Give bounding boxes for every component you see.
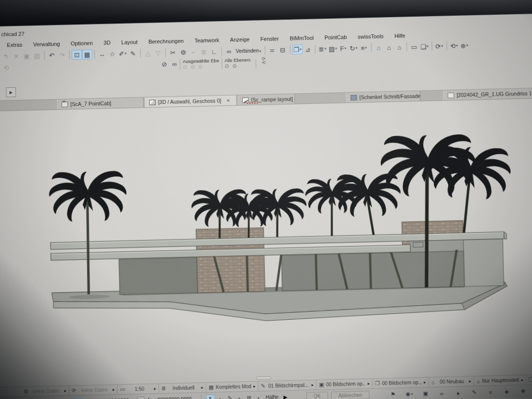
lock-layer-icon[interactable]: ⊙ bbox=[191, 64, 195, 69]
copy-icon[interactable]: ▣ bbox=[21, 51, 32, 61]
story-settings-icon[interactable]: ⌂ bbox=[394, 42, 404, 52]
move-icon[interactable]: ↔ bbox=[97, 49, 107, 59]
list-icon[interactable]: ≡ bbox=[486, 388, 495, 397]
lock-all-layers-icon[interactable]: ⊙ bbox=[233, 63, 237, 68]
status-segment-model[interactable]: ⌂Nur Hauptmodell▸ bbox=[474, 375, 526, 386]
haelfte-label[interactable]: Hälfte bbox=[264, 395, 280, 399]
publish-icon[interactable]: ↻▾ bbox=[348, 43, 359, 53]
stretch-icon[interactable]: ⊿ bbox=[302, 44, 313, 54]
settings-icon: ⚙ bbox=[23, 389, 28, 395]
delta-z-button[interactable]: ⊿ bbox=[136, 397, 144, 399]
pen-flyout-icon[interactable]: ▸ bbox=[237, 394, 241, 399]
strap-icon[interactable]: ⊟ bbox=[277, 45, 288, 55]
favorites-icon[interactable]: ☆ bbox=[107, 49, 117, 59]
story-icon[interactable]: ⌂ bbox=[384, 42, 394, 52]
menu-item-layout[interactable]: Layout bbox=[116, 38, 143, 46]
grid-tool-icon[interactable]: ⊞ bbox=[244, 393, 254, 399]
unlock-layer-icon[interactable]: ⊙ bbox=[198, 64, 202, 69]
status-segment-view[interactable]: ❒Sch▸ bbox=[526, 374, 532, 384]
mesh-tool-icon[interactable]: ❏▾ bbox=[419, 41, 430, 51]
status-segment-pen-set[interactable]: ≣Individuell▸ bbox=[159, 383, 206, 393]
dropdown-arrow-icon: ▾ bbox=[427, 44, 429, 48]
sidebar-expand-button[interactable]: ▶ bbox=[6, 87, 16, 97]
stairs-icon[interactable]: ≣ bbox=[199, 47, 209, 57]
clip-icon[interactable]: ∞ bbox=[437, 389, 446, 398]
menu-item-3d[interactable]: 3D bbox=[98, 38, 116, 47]
show-all-layers-icon[interactable]: ∅ bbox=[225, 64, 229, 69]
trace-reference-icon[interactable]: ≣▾ bbox=[317, 44, 328, 54]
verbinden-icon[interactable]: ∞ bbox=[224, 46, 234, 56]
menu-item-berechnungen[interactable]: Berechnungen bbox=[143, 37, 189, 46]
explore-icon[interactable]: ⊕▾ bbox=[459, 40, 469, 50]
clipboard-icon[interactable]: ▣ bbox=[421, 389, 430, 398]
ok-button[interactable]: OK bbox=[306, 392, 328, 399]
3d-viewport[interactable] bbox=[0, 99, 532, 387]
story-down-icon[interactable]: ⌂ bbox=[373, 42, 384, 52]
annotate-icon[interactable]: ✎ bbox=[469, 388, 479, 397]
menu-item-optionen[interactable]: Optionen bbox=[65, 39, 98, 48]
tab-4[interactable]: [Schenkel Schnitt/Fassade A0] bbox=[346, 91, 421, 103]
beam-icon[interactable]: ≍ bbox=[267, 45, 277, 55]
delete-icon[interactable]: ✕ bbox=[11, 51, 21, 61]
image-icon[interactable]: ▨▾ bbox=[328, 44, 338, 54]
undo-small-icon[interactable]: ⟲ bbox=[262, 61, 266, 65]
status-segment-renovation[interactable]: ⌂00 Neubau▸ bbox=[429, 376, 474, 387]
menu-item-pointcab[interactable]: PointCab bbox=[319, 33, 353, 42]
scrollbar-thumb[interactable] bbox=[256, 376, 271, 380]
compass-icon[interactable]: ◉▾ bbox=[404, 390, 414, 399]
menu-item-teamwork[interactable]: Teamwork bbox=[189, 36, 225, 45]
hide-layer-icon[interactable]: ∅ bbox=[183, 65, 187, 70]
tab-close-icon[interactable]: × bbox=[227, 98, 230, 103]
show-elements-icon[interactable]: ⊘ bbox=[159, 59, 169, 69]
archicad-window: chicad 27 ExtrasVerwaltungOptionen3DLayo… bbox=[0, 14, 532, 399]
menu-item-fenster[interactable]: Fenster bbox=[255, 34, 285, 43]
drag-mode-icon[interactable]: ⊡ bbox=[71, 50, 82, 60]
cancel-button[interactable]: Abbrechen bbox=[331, 391, 370, 399]
verbinden-label[interactable]: Verbinden▾ bbox=[234, 47, 263, 54]
rebuild-icon[interactable]: ⟳▾ bbox=[434, 41, 444, 51]
render-icon[interactable]: ❖ bbox=[518, 387, 528, 396]
delta-z-value[interactable]: Δz :80000000.0000 bbox=[147, 397, 192, 399]
trim-icon[interactable]: ⌐ bbox=[188, 47, 199, 57]
adjust-icon[interactable]: ⚙ bbox=[178, 47, 188, 57]
status-segment-model-filter[interactable]: ▦Komplettes Mod...▸ bbox=[206, 382, 258, 392]
menu-item-swisstools[interactable]: swissTools bbox=[352, 32, 389, 41]
pen-tool-icon[interactable]: ✎ bbox=[225, 394, 234, 399]
arrow-tool-icon[interactable]: ↖ bbox=[206, 394, 215, 399]
paste-icon[interactable]: ▤ bbox=[32, 51, 42, 61]
raise-icon[interactable]: △ bbox=[142, 48, 153, 58]
menu-item-hilfe[interactable]: Hilfe bbox=[389, 32, 411, 40]
split-icon[interactable]: ✂ bbox=[167, 47, 178, 57]
status-segment-refresh[interactable]: ⟳keine Daten▸ bbox=[69, 385, 117, 395]
status-segment-settings[interactable]: ⚙keine Daten▸ bbox=[21, 386, 69, 397]
arrow-tool-icon[interactable]: ↰ bbox=[0, 51, 11, 61]
lower-icon[interactable]: ▽ bbox=[153, 48, 163, 58]
map-icon[interactable]: ⚑ bbox=[388, 390, 398, 399]
pickup-place-icon[interactable]: ❐▾ bbox=[292, 44, 302, 54]
arrow-flyout-icon[interactable]: ▸ bbox=[218, 394, 222, 399]
redo-icon[interactable]: ↷ bbox=[57, 50, 67, 60]
roof-icon[interactable]: ▭ bbox=[409, 42, 419, 52]
pickup-parameters-icon[interactable]: ✐▾ bbox=[117, 49, 128, 59]
favorites-page-icon[interactable]: F▾ bbox=[338, 43, 348, 53]
orbit-icon[interactable]: ⟲▾ bbox=[449, 41, 459, 51]
tab-5[interactable]: [2024042_GR_1.UG Grundriss 1.Unterges... bbox=[443, 88, 532, 100]
material-icon[interactable]: ◈ bbox=[502, 387, 511, 396]
layers-icon[interactable]: ≡▾ bbox=[359, 43, 369, 53]
link-layers-icon[interactable]: ∞ bbox=[169, 59, 180, 68]
dropdown-arrow-icon: ▾ bbox=[441, 44, 443, 48]
grid-snap-icon[interactable]: ▦ bbox=[82, 49, 92, 59]
menu-item-verwaltung[interactable]: Verwaltung bbox=[28, 40, 66, 49]
undo-icon[interactable]: ↶ bbox=[46, 50, 57, 60]
menu-item-bimmtool[interactable]: BIMmTool bbox=[284, 33, 319, 42]
model-icon: ⌂ bbox=[476, 378, 480, 384]
inject-parameters-icon[interactable]: ✎ bbox=[128, 48, 138, 58]
history-icon[interactable]: ⟲ bbox=[1, 63, 11, 72]
grid-flyout-icon[interactable]: ▸ bbox=[257, 393, 261, 399]
spade-icon[interactable]: ♠ bbox=[453, 388, 463, 397]
tab-1[interactable]: [ScA_7 PointCab] bbox=[57, 98, 144, 109]
status-segment-scale[interactable]: ▭1:50▸ bbox=[117, 384, 159, 394]
menu-item-extras[interactable]: Extras bbox=[1, 40, 28, 49]
corner-icon[interactable]: ∟ bbox=[209, 46, 219, 56]
menu-item-anzeige[interactable]: Anzeige bbox=[225, 35, 255, 44]
